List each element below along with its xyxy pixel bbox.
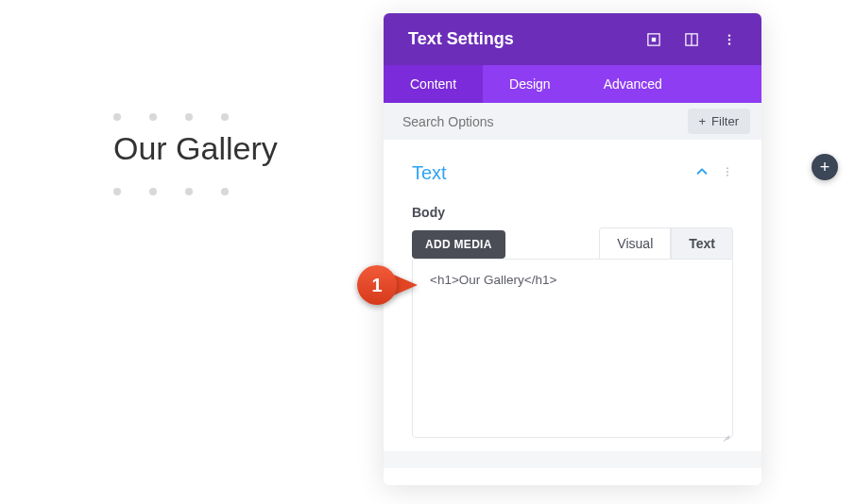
panel-header: Text Settings [384, 13, 761, 65]
next-section-peek [384, 451, 761, 485]
square-target-icon[interactable] [646, 32, 661, 47]
svg-point-4 [728, 34, 730, 36]
filter-label: Filter [711, 114, 739, 128]
svg-point-7 [727, 167, 728, 169]
tab-design[interactable]: Design [483, 65, 577, 103]
svg-rect-1 [652, 37, 656, 41]
preview-heading: Our Gallery [113, 130, 278, 167]
filter-button[interactable]: + Filter [688, 109, 750, 134]
tab-content[interactable]: Content [384, 65, 483, 103]
module-handle-top[interactable] [113, 113, 278, 121]
svg-point-9 [727, 174, 728, 176]
editor-tab-visual[interactable]: Visual [599, 227, 671, 259]
page-preview: Our Gallery [113, 113, 278, 195]
module-handle-bottom[interactable] [113, 188, 278, 195]
svg-point-8 [727, 171, 728, 173]
more-vertical-icon[interactable] [722, 32, 737, 47]
editor-tab-text[interactable]: Text [671, 227, 733, 259]
search-row: + Filter [384, 103, 761, 140]
chevron-up-icon[interactable] [695, 165, 709, 182]
body-editor[interactable] [412, 259, 733, 438]
text-settings-panel: Text Settings Content Design Advanced [384, 13, 761, 485]
plus-icon: + [699, 114, 707, 128]
svg-point-6 [728, 42, 730, 44]
add-media-button[interactable]: ADD MEDIA [412, 230, 505, 259]
section-more-icon[interactable] [722, 165, 733, 182]
search-input[interactable] [402, 114, 678, 129]
tab-advanced[interactable]: Advanced [577, 65, 689, 103]
floating-add-button[interactable]: + [812, 154, 838, 180]
editor-tabs: Visual Text [599, 227, 733, 259]
text-section: Text Body ADD MEDIA Visual Text [384, 140, 761, 451]
settings-tabs: Content Design Advanced [384, 65, 761, 103]
section-title: Text [412, 162, 447, 184]
columns-icon[interactable] [684, 32, 699, 47]
panel-title: Text Settings [408, 29, 514, 49]
body-label: Body [412, 205, 733, 220]
plus-icon: + [820, 159, 830, 176]
svg-point-5 [728, 38, 730, 40]
